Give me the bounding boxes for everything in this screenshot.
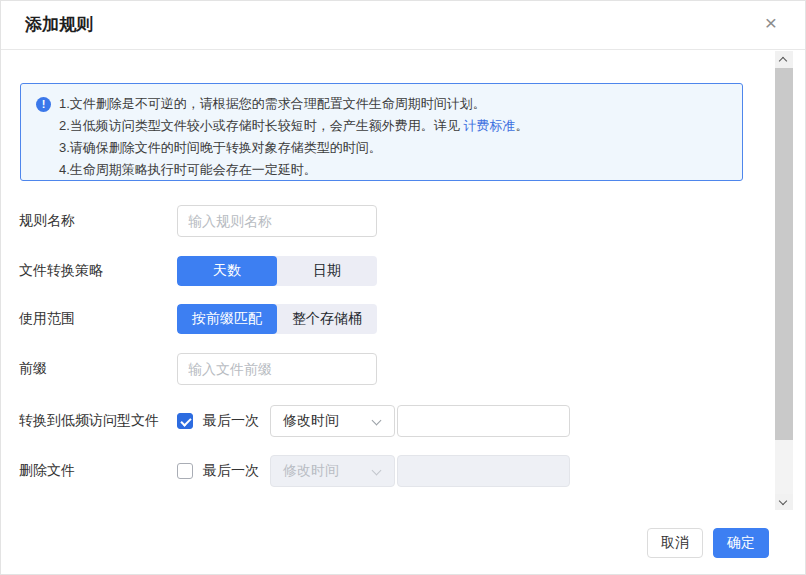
delete-days-input: [397, 455, 570, 487]
convert-policy-segment: 天数 日期: [177, 256, 377, 286]
info-icon: !: [36, 97, 51, 112]
prefix-label: 前缀: [19, 360, 177, 378]
segment-option-days[interactable]: 天数: [177, 256, 277, 286]
notice-line-2-suffix: 。: [515, 118, 528, 133]
cancel-button[interactable]: 取消: [647, 528, 703, 558]
convert-policy-row: 文件转换策略 天数 日期: [19, 256, 377, 286]
scroll-up-icon: [779, 57, 787, 65]
notice-line-2: 2.当低频访问类型文件较小或存储时长较短时，会产生额外费用。详见 计费标准。: [59, 116, 728, 136]
chevron-down-icon: [372, 466, 382, 476]
segment-option-whole-bucket[interactable]: 整个存储桶: [277, 304, 377, 334]
scope-label: 使用范围: [19, 310, 177, 328]
delete-file-row: 删除文件 最后一次 修改时间: [19, 455, 570, 487]
to-ia-checkbox[interactable]: [177, 413, 193, 429]
scope-row: 使用范围 按前缀匹配 整个存储桶: [19, 304, 377, 334]
segment-option-prefix-match[interactable]: 按前缀匹配: [177, 304, 277, 334]
prefix-row: 前缀: [19, 353, 377, 385]
rule-name-row: 规则名称: [19, 205, 377, 237]
scroll-down-icon: [779, 497, 787, 505]
chevron-down-icon: [372, 416, 382, 426]
to-ia-days-input[interactable]: [397, 405, 570, 437]
dialog-title: 添加规则: [25, 13, 93, 36]
prefix-input[interactable]: [177, 353, 377, 385]
delete-time-type-select: 修改时间: [270, 455, 395, 487]
confirm-button[interactable]: 确定: [713, 528, 769, 558]
scroll-up-button[interactable]: [775, 51, 793, 68]
close-icon[interactable]: ×: [765, 10, 777, 35]
to-ia-label: 转换到低频访问型文件: [19, 412, 177, 430]
notice-line-3: 3.请确保删除文件的时间晚于转换对象存储类型的时间。: [59, 138, 728, 158]
notice-box: ! 1.文件删除是不可逆的，请根据您的需求合理配置文件生命周期时间计划。 2.当…: [20, 83, 743, 181]
to-ia-time-type-value: 修改时间: [283, 412, 339, 430]
delete-file-checkbox-label: 最后一次: [203, 462, 259, 480]
notice-line-1: 1.文件删除是不可逆的，请根据您的需求合理配置文件生命周期时间计划。: [59, 94, 728, 114]
dialog-header: 添加规则 ×: [1, 1, 805, 50]
billing-standard-link[interactable]: 计费标准: [463, 118, 515, 133]
rule-name-input[interactable]: [177, 205, 377, 237]
to-ia-row: 转换到低频访问型文件 最后一次 修改时间: [19, 405, 570, 437]
segment-option-date[interactable]: 日期: [277, 256, 377, 286]
scrollbar-thumb[interactable]: [775, 68, 793, 440]
scope-segment: 按前缀匹配 整个存储桶: [177, 304, 377, 334]
notice-line-2-text: 2.当低频访问类型文件较小或存储时长较短时，会产生额外费用。详见: [59, 118, 463, 133]
dialog-footer: 取消 确定: [1, 510, 805, 574]
vertical-scrollbar[interactable]: [775, 51, 793, 511]
to-ia-time-type-select[interactable]: 修改时间: [270, 405, 395, 437]
add-rule-dialog: 添加规则 × ! 1.文件删除是不可逆的，请根据您的需求合理配置文件生命周期时间…: [0, 0, 806, 575]
scroll-down-button[interactable]: [775, 494, 793, 511]
rule-name-label: 规则名称: [19, 212, 177, 230]
delete-file-checkbox[interactable]: [177, 463, 193, 479]
to-ia-checkbox-label: 最后一次: [203, 412, 259, 430]
notice-line-4: 4.生命周期策略执行时可能会存在一定延时。: [59, 160, 728, 180]
delete-time-type-value: 修改时间: [283, 462, 339, 480]
delete-file-label: 删除文件: [19, 462, 177, 480]
convert-policy-label: 文件转换策略: [19, 262, 177, 280]
